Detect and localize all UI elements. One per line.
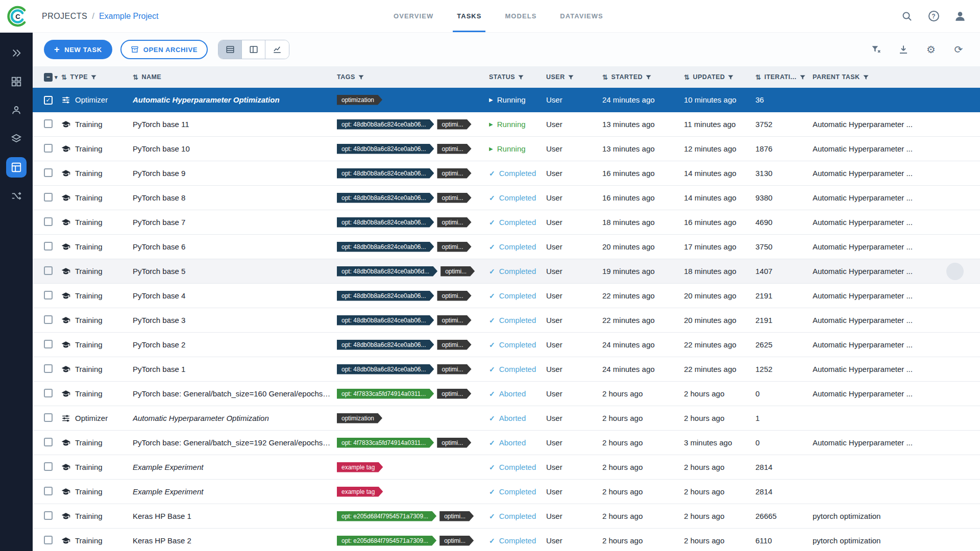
select-all-checkbox[interactable]: − xyxy=(44,73,53,82)
task-tag[interactable]: opt: 48db0b8a6c824ce0ab06... xyxy=(337,193,434,203)
task-tag[interactable]: opt: 48db0b8a6c824ce0ab06... xyxy=(337,242,434,252)
task-tag[interactable]: opt: 48db0b8a6c824ce0ab06... xyxy=(337,315,434,325)
task-name[interactable]: PyTorch base 11 xyxy=(133,120,337,129)
column-header-type[interactable]: ⇅TYPE xyxy=(61,73,133,81)
task-tag[interactable]: opt: 48db0b8a6c824ce0ab06... xyxy=(337,364,434,374)
sort-icon[interactable]: ⇅ xyxy=(755,73,761,81)
task-row[interactable]: TrainingPyTorch base 7opt: 48db0b8a6c824… xyxy=(33,210,980,235)
task-row[interactable]: TrainingExample Experimentexample tag✓Co… xyxy=(33,480,980,504)
task-tag[interactable]: optimi... xyxy=(437,168,471,179)
sort-icon[interactable]: ⇅ xyxy=(684,73,690,81)
task-name[interactable]: PyTorch base 10 xyxy=(133,144,337,153)
filter-icon[interactable] xyxy=(568,74,574,80)
row-checkbox[interactable] xyxy=(44,389,53,397)
task-tag[interactable]: optimi... xyxy=(437,217,471,228)
task-name[interactable]: Keras HP Base 1 xyxy=(133,512,337,520)
row-checkbox[interactable] xyxy=(44,242,53,251)
task-tag[interactable]: optimi... xyxy=(439,511,474,521)
row-checkbox[interactable] xyxy=(44,364,53,373)
column-header-user[interactable]: USER xyxy=(546,73,602,81)
task-row[interactable]: TrainingPyTorch base 6opt: 48db0b8a6c824… xyxy=(33,235,980,259)
task-tag[interactable]: optimi... xyxy=(439,536,474,546)
column-header-iteration[interactable]: ⇅ITERATI... xyxy=(755,73,813,81)
clear-filters-icon[interactable] xyxy=(870,43,882,56)
task-row[interactable]: TrainingPyTorch base 1opt: 48db0b8a6c824… xyxy=(33,357,980,382)
tab-tasks[interactable]: TASKS xyxy=(457,0,481,32)
column-header-updated[interactable]: ⇅UPDATED xyxy=(684,73,755,81)
task-tag[interactable]: opt: 48db0b8a6c824ce0ab06d... xyxy=(337,266,437,277)
filter-icon[interactable] xyxy=(91,74,96,80)
sort-icon[interactable]: ⇅ xyxy=(133,73,138,81)
row-checkbox[interactable] xyxy=(44,340,53,348)
task-tag[interactable]: opt: e205d684f7954571a7309... xyxy=(337,511,436,521)
row-checkbox[interactable] xyxy=(44,413,53,422)
tab-overview[interactable]: OVERVIEW xyxy=(394,0,433,32)
filter-icon[interactable] xyxy=(728,74,733,80)
tab-models[interactable]: MODELS xyxy=(505,0,536,32)
row-checkbox[interactable] xyxy=(44,315,53,324)
row-checkbox[interactable] xyxy=(44,291,53,299)
task-name[interactable]: PyTorch base 4 xyxy=(133,291,337,300)
split-view-button[interactable] xyxy=(242,40,265,59)
task-name[interactable]: PyTorch base 8 xyxy=(133,193,337,202)
sort-icon[interactable]: ⇅ xyxy=(602,73,608,81)
help-icon[interactable]: ? xyxy=(927,10,940,23)
sidebar-item-dashboard[interactable] xyxy=(6,43,27,63)
settings-gear-icon[interactable]: ⚙ xyxy=(925,43,937,56)
row-checkbox[interactable] xyxy=(44,193,53,202)
user-avatar-icon[interactable] xyxy=(953,10,967,23)
new-task-button[interactable]: + NEW TASK xyxy=(44,40,112,59)
task-tag[interactable]: optimi... xyxy=(437,291,471,301)
row-checkbox[interactable] xyxy=(44,119,53,128)
task-row[interactable]: OptimizerAutomatic Hyperparameter Optimi… xyxy=(33,406,980,431)
task-name[interactable]: PyTorch base 7 xyxy=(133,218,337,227)
chart-view-button[interactable] xyxy=(265,40,289,59)
task-name[interactable]: Example Experiment xyxy=(133,463,337,471)
task-tag[interactable]: opt: 48db0b8a6c824ce0ab06... xyxy=(337,340,434,350)
filter-icon[interactable] xyxy=(358,74,364,80)
filter-icon[interactable] xyxy=(518,74,524,80)
task-tag[interactable]: opt: 48db0b8a6c824ce0ab06... xyxy=(337,119,434,130)
task-row[interactable]: TrainingPyTorch base 4opt: 48db0b8a6c824… xyxy=(33,284,980,308)
row-checkbox[interactable]: ✓ xyxy=(44,96,53,105)
task-tag[interactable]: opt: 48db0b8a6c824ce0ab06... xyxy=(337,144,434,154)
sort-icon[interactable]: ⇅ xyxy=(61,73,67,81)
sidebar-item-pipelines[interactable] xyxy=(6,186,27,206)
column-header-tags[interactable]: TAGS xyxy=(337,73,489,81)
task-tag[interactable]: optimi... xyxy=(437,144,471,154)
filter-icon[interactable] xyxy=(646,74,651,80)
row-checkbox[interactable] xyxy=(44,438,53,446)
task-tag[interactable]: optimization xyxy=(337,95,382,105)
task-tag[interactable]: optimi... xyxy=(437,340,471,350)
task-name[interactable]: Example Experiment xyxy=(133,487,337,496)
task-name[interactable]: PyTorch base: General/batch_size=192 Gen… xyxy=(133,438,337,447)
search-icon[interactable] xyxy=(900,10,914,23)
task-row[interactable]: TrainingPyTorch base: General/batch_size… xyxy=(33,431,980,455)
task-tag[interactable]: optimi... xyxy=(437,438,471,448)
task-row[interactable]: ✓OptimizerAutomatic Hyperparameter Optim… xyxy=(33,88,980,112)
task-tag[interactable]: optimi... xyxy=(437,119,471,130)
task-row[interactable]: TrainingPyTorch base 11opt: 48db0b8a6c82… xyxy=(33,112,980,137)
row-checkbox[interactable] xyxy=(44,511,53,520)
auto-refresh-icon[interactable]: ⟳ xyxy=(952,43,965,56)
table-view-button[interactable] xyxy=(218,40,242,59)
task-name[interactable]: PyTorch base 1 xyxy=(133,365,337,373)
task-row[interactable]: TrainingPyTorch base 5opt: 48db0b8a6c824… xyxy=(33,259,980,284)
task-row[interactable]: TrainingPyTorch base 3opt: 48db0b8a6c824… xyxy=(33,308,980,333)
row-checkbox[interactable] xyxy=(44,487,53,495)
row-hover-button[interactable] xyxy=(946,263,964,280)
task-tag[interactable]: opt: 48db0b8a6c824ce0ab06... xyxy=(337,217,434,228)
filter-icon[interactable] xyxy=(863,74,869,80)
task-tag[interactable]: opt: 48db0b8a6c824ce0ab06... xyxy=(337,291,434,301)
task-name[interactable]: Keras HP Base 2 xyxy=(133,536,337,545)
column-header-name[interactable]: ⇅NAME xyxy=(133,73,337,81)
task-name[interactable]: PyTorch base 9 xyxy=(133,169,337,178)
task-row[interactable]: TrainingPyTorch base 10opt: 48db0b8a6c82… xyxy=(33,137,980,161)
task-row[interactable]: TrainingPyTorch base: General/batch_size… xyxy=(33,382,980,406)
task-tag[interactable]: optimi... xyxy=(437,364,471,374)
breadcrumb-projects[interactable]: PROJECTS xyxy=(42,12,87,21)
sidebar-item-projects[interactable] xyxy=(6,157,27,178)
row-checkbox[interactable] xyxy=(44,168,53,177)
task-row[interactable]: TrainingKeras HP Base 1opt: e205d684f795… xyxy=(33,504,980,529)
task-name[interactable]: PyTorch base 6 xyxy=(133,242,337,251)
